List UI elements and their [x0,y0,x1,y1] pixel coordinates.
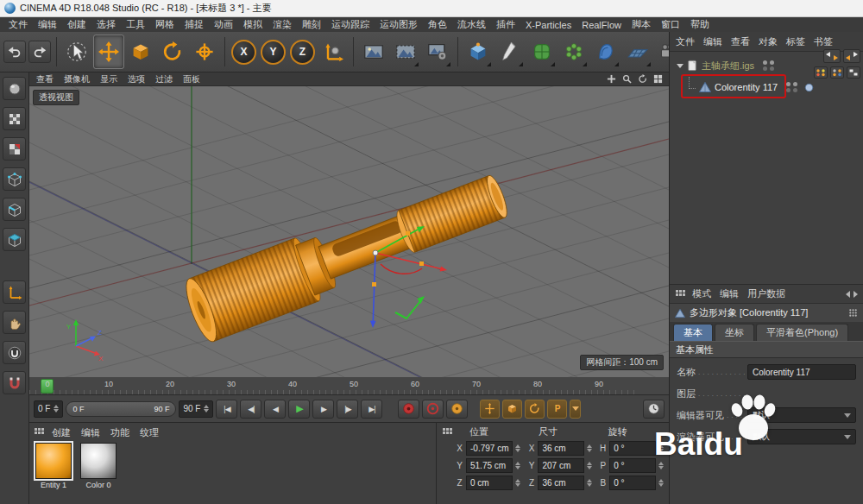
size-z-field[interactable]: Z36 cm [527,476,592,490]
timeline-options-button[interactable] [643,400,665,419]
menu-item[interactable]: 运动图形 [375,18,423,31]
om-menu-item[interactable]: 标签 [782,35,809,48]
points-mode-button[interactable] [3,167,26,191]
custom-layout-icon[interactable] [848,308,858,318]
position-y-value[interactable]: 51.75 cm [466,458,513,473]
om-filter-dots-icon[interactable] [830,66,844,79]
field-spinner[interactable] [658,444,664,452]
goto-next-key-button[interactable]: |▶ [337,400,358,419]
magnet-tool-button[interactable] [3,371,26,394]
rotation-b-value[interactable]: 0 ° [609,476,656,490]
am-menu-item[interactable]: 模式 [688,287,715,300]
menu-item[interactable]: 脚本 [627,18,656,31]
menu-item[interactable]: 模拟 [238,18,268,31]
om-filter-dots-icon[interactable] [847,66,860,79]
rotation-p-value[interactable]: 0 ° [609,458,656,473]
menu-item[interactable]: 窗口 [656,18,685,31]
lock-x-axis-button[interactable]: X [231,40,256,65]
position-x-value[interactable]: -0.797 cm [466,441,513,456]
current-frame-field[interactable]: 0 F [34,400,63,418]
preview-range-slider[interactable]: 0 F90 F [66,401,176,417]
panel-grid-icon[interactable] [675,289,685,299]
edges-mode-button[interactable] [3,198,26,221]
viewport-menu-item[interactable]: 显示 [95,73,123,85]
size-x-field[interactable]: X36 cm [527,441,592,456]
viewport-scene[interactable]: Y X Z [29,86,669,377]
layer-empty-slot[interactable] [747,386,856,401]
field-spinner[interactable] [587,462,592,469]
object-name[interactable]: 主轴承细.igs [702,60,754,72]
size-x-value[interactable]: 36 cm [538,441,584,456]
goto-start-button[interactable]: |◀ [216,400,237,419]
field-spinner[interactable] [515,462,520,469]
size-y-field[interactable]: Y207 cm [527,458,592,473]
tab-basic[interactable]: 基本 [673,324,713,341]
om-menu-item[interactable]: 查看 [727,35,754,48]
om-menu-item[interactable]: 书签 [809,35,837,48]
om-menu-item[interactable]: 编辑 [699,35,727,48]
material-menu-item[interactable]: 功能 [105,426,135,439]
viewport-menu-item[interactable]: 选项 [123,73,150,85]
redo-button[interactable] [28,41,51,63]
material-menu-item[interactable]: 纹理 [135,426,164,439]
rotation-b-field[interactable]: B0 ° [599,476,664,490]
add-deformer-button[interactable] [590,35,621,69]
menu-item[interactable]: RealFlow [576,20,627,30]
rotate-view-icon[interactable] [636,73,649,85]
field-spinner[interactable] [587,479,592,487]
om-swap-icon[interactable] [823,49,841,63]
position-z-field[interactable]: Z0 cm [456,476,520,490]
tab-coordinates[interactable]: 坐标 [715,324,754,341]
panel-grid-icon[interactable] [442,427,452,438]
viewport-solo-button[interactable] [3,311,26,334]
live-selection-tool[interactable] [61,35,92,69]
move-tool[interactable] [93,35,124,69]
om-swap-icon[interactable] [843,49,860,63]
field-spinner[interactable] [515,444,520,452]
material-thumbnail-orange[interactable] [35,443,72,479]
om-menu-item[interactable]: 文件 [671,35,699,48]
material-thumbnail-white[interactable] [80,443,117,479]
menu-item[interactable]: 运动跟踪 [326,18,375,31]
menu-item[interactable]: 选择 [91,18,121,31]
rotation-h-value[interactable]: 0 ° [609,441,656,456]
keying-options-dropdown[interactable] [570,400,581,419]
frame-spinner[interactable] [54,405,59,413]
panel-grid-icon[interactable] [34,427,44,438]
phong-tag-icon[interactable] [804,83,814,92]
zoom-view-icon[interactable] [620,73,633,85]
am-menu-item[interactable]: 编辑 [715,287,743,300]
menu-item[interactable]: 网格 [150,18,180,31]
object-manager-list[interactable]: 主轴承细.igs Colorentity 117 [670,51,863,284]
add-spline-button[interactable] [494,35,526,69]
om-menu-item[interactable]: 对象 [754,35,782,48]
field-spinner[interactable] [587,444,592,452]
object-row-igs[interactable]: 主轴承细.igs [677,57,774,74]
menu-item[interactable]: 渲染 [268,18,297,31]
play-button[interactable]: ▶ [288,400,310,419]
perspective-viewport[interactable]: 查看 摄像机 显示 选项 过滤 面板 [29,72,669,377]
key-parameter-toggle[interactable]: P [547,400,567,419]
timeline-ruler[interactable]: 0 10 20 30 40 50 60 70 80 90 [29,377,669,395]
lock-y-axis-button[interactable]: Y [261,40,286,65]
goto-prev-key-button[interactable]: ◀| [240,400,261,419]
last-used-tool[interactable] [189,35,220,69]
menu-item[interactable]: 创建 [62,18,91,31]
record-keyframe-button[interactable] [398,400,419,419]
render-region-button[interactable] [390,35,421,69]
enable-snap-button[interactable] [3,341,26,364]
menu-item[interactable]: 角色 [423,18,452,31]
key-scale-toggle[interactable] [502,400,522,419]
menu-item[interactable]: 动画 [209,18,238,31]
pan-view-icon[interactable] [605,73,618,85]
rotation-p-field[interactable]: P0 ° [599,458,664,473]
render-visibility-dropdown[interactable]: 默认 [747,429,856,444]
key-rotation-toggle[interactable] [525,400,545,419]
history-forward-icon[interactable] [854,291,858,298]
material-menu-item[interactable]: 创建 [47,426,76,439]
menu-item[interactable]: 捕捉 [180,18,209,31]
position-y-field[interactable]: Y51.75 cm [456,458,520,473]
undo-button[interactable] [3,41,26,63]
size-z-value[interactable]: 36 cm [538,476,584,490]
add-environment-button[interactable] [622,35,653,69]
